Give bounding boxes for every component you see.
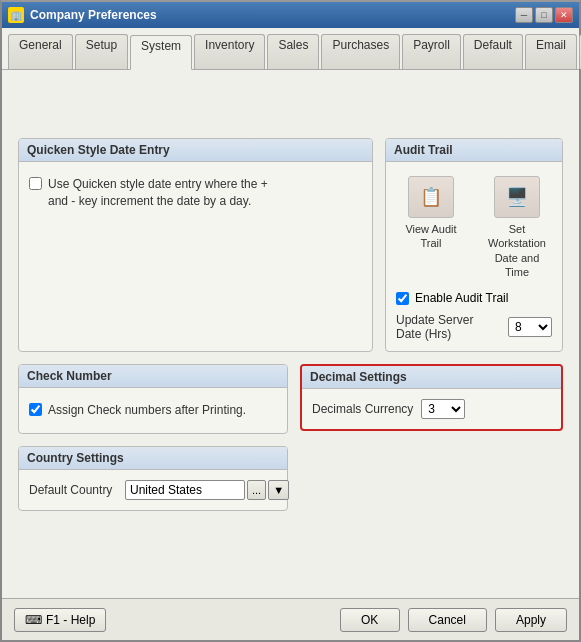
check-number-checkbox[interactable] xyxy=(29,403,42,416)
country-input-wrap: ... ▼ xyxy=(125,480,289,500)
decimal-settings-panel: Decimal Settings Decimals Currency 3 0 1… xyxy=(300,364,563,431)
country-settings-panel: Country Settings Default Country ... ▼ xyxy=(18,446,288,511)
enable-audit-label: Enable Audit Trail xyxy=(415,291,508,305)
tab-payroll[interactable]: Payroll xyxy=(402,34,461,69)
view-audit-icon: 📋 xyxy=(408,176,454,218)
bottom-left-col: Check Number Assign Check numbers after … xyxy=(18,364,288,511)
enable-audit-checkbox[interactable] xyxy=(396,292,409,305)
tab-sales[interactable]: Sales xyxy=(267,34,319,69)
tab-inventory[interactable]: Inventory xyxy=(194,34,265,69)
footer-left: ⌨ F1 - Help xyxy=(14,608,106,632)
tab-email[interactable]: Email xyxy=(525,34,577,69)
country-dropdown-button[interactable]: ▼ xyxy=(268,480,289,500)
check-number-title: Check Number xyxy=(19,365,287,388)
content-area: Quicken Style Date Entry Use Quicken sty… xyxy=(2,70,579,598)
tab-default[interactable]: Default xyxy=(463,34,523,69)
decimal-row: Decimals Currency 3 0 1 2 4 xyxy=(312,399,551,419)
footer: ⌨ F1 - Help OK Cancel Apply xyxy=(2,598,579,640)
server-date-label: Update Server Date (Hrs) xyxy=(396,313,502,341)
set-workstation-label: Set WorkstationDate and Time xyxy=(482,222,552,279)
tab-purchases[interactable]: Purchases xyxy=(321,34,400,69)
window-icon: 🏢 xyxy=(8,7,24,23)
server-date-row: Update Server Date (Hrs) 8 4 12 24 xyxy=(396,313,552,341)
ok-button[interactable]: OK xyxy=(340,608,400,632)
audit-icons-row: 📋 View AuditTrail 🖥️ Set WorkstationDate… xyxy=(396,172,552,283)
restore-button[interactable]: □ xyxy=(535,7,553,23)
set-workstation-icon: 🖥️ xyxy=(494,176,540,218)
quicken-checkbox[interactable] xyxy=(29,177,42,190)
window-title: Company Preferences xyxy=(30,8,157,22)
view-audit-label: View AuditTrail xyxy=(405,222,456,251)
minimize-button[interactable]: ─ xyxy=(515,7,533,23)
audit-trail-panel: Audit Trail 📋 View AuditTrail 🖥️ Set Wor… xyxy=(385,138,563,352)
help-button[interactable]: ⌨ F1 - Help xyxy=(14,608,106,632)
tab-setup[interactable]: Setup xyxy=(75,34,128,69)
main-window: 🏢 Company Preferences ─ □ ✕ General Setu… xyxy=(0,0,581,642)
bottom-right-col: Decimal Settings Decimals Currency 3 0 1… xyxy=(300,364,563,511)
title-bar: 🏢 Company Preferences ─ □ ✕ xyxy=(2,2,579,28)
tab-general[interactable]: General xyxy=(8,34,73,69)
check-number-panel: Check Number Assign Check numbers after … xyxy=(18,364,288,434)
tab-bar: General Setup System Inventory Sales Pur… xyxy=(2,28,579,70)
check-number-label: Assign Check numbers after Printing. xyxy=(48,402,246,419)
quicken-checkbox-row: Use Quicken style date entry where the +… xyxy=(29,172,362,214)
footer-right: OK Cancel Apply xyxy=(340,608,567,632)
check-number-row: Assign Check numbers after Printing. xyxy=(29,398,277,423)
enable-audit-row: Enable Audit Trail xyxy=(396,291,552,305)
quicken-checkbox-label: Use Quicken style date entry where the +… xyxy=(48,176,268,210)
country-field[interactable] xyxy=(125,480,245,500)
title-bar-left: 🏢 Company Preferences xyxy=(8,7,157,23)
apply-button[interactable]: Apply xyxy=(495,608,567,632)
help-label: F1 - Help xyxy=(46,613,95,627)
quicken-panel-title: Quicken Style Date Entry xyxy=(19,139,372,162)
country-browse-button[interactable]: ... xyxy=(247,480,266,500)
default-country-label: Default Country xyxy=(29,483,119,497)
audit-trail-body: 📋 View AuditTrail 🖥️ Set WorkstationDate… xyxy=(386,162,562,351)
country-settings-body: Default Country ... ▼ xyxy=(19,470,287,510)
cancel-button[interactable]: Cancel xyxy=(408,608,487,632)
decimal-settings-title: Decimal Settings xyxy=(302,366,561,389)
decimals-currency-label: Decimals Currency xyxy=(312,402,413,416)
audit-trail-title: Audit Trail xyxy=(386,139,562,162)
title-buttons: ─ □ ✕ xyxy=(515,7,573,23)
tab-system[interactable]: System xyxy=(130,35,192,70)
close-button[interactable]: ✕ xyxy=(555,7,573,23)
top-panels-row: Quicken Style Date Entry Use Quicken sty… xyxy=(18,138,563,352)
country-row: Default Country ... ▼ xyxy=(29,480,277,500)
decimals-currency-dropdown[interactable]: 3 0 1 2 4 xyxy=(421,399,465,419)
bottom-panels-row: Check Number Assign Check numbers after … xyxy=(18,364,563,511)
help-icon: ⌨ xyxy=(25,613,42,627)
set-workstation-button[interactable]: 🖥️ Set WorkstationDate and Time xyxy=(482,176,552,279)
view-audit-trail-button[interactable]: 📋 View AuditTrail xyxy=(396,176,466,279)
quicken-panel: Quicken Style Date Entry Use Quicken sty… xyxy=(18,138,373,352)
server-date-dropdown[interactable]: 8 4 12 24 xyxy=(508,317,552,337)
decimal-settings-body: Decimals Currency 3 0 1 2 4 xyxy=(302,389,561,429)
quicken-panel-body: Use Quicken style date entry where the +… xyxy=(19,162,372,224)
check-number-body: Assign Check numbers after Printing. xyxy=(19,388,287,433)
country-settings-title: Country Settings xyxy=(19,447,287,470)
top-spacer xyxy=(18,86,563,126)
